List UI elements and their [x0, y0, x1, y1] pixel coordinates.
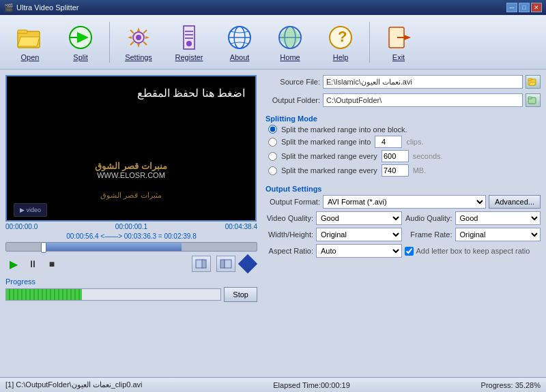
timeline-track[interactable] — [5, 242, 257, 252]
left-panel: اضغط هنا لحفظ المقطع منبرات قصر الشوق WW… — [0, 70, 263, 377]
splitting-mode-title: Splitting Mode — [265, 115, 541, 123]
seconds-input[interactable] — [382, 150, 409, 162]
settings-icon — [124, 23, 153, 52]
playback-controls: ▶ ⏸ ■ — [5, 253, 257, 275]
about-button[interactable]: About — [215, 18, 264, 66]
video-preview[interactable]: اضغط هنا لحفظ المقطع منبرات قصر الشوق WW… — [5, 75, 257, 222]
output-folder-row: Output Folder: — [265, 93, 541, 107]
split-mb-label: Split the marked range every — [281, 166, 377, 175]
video-quality-row: Video Quality: Good — [265, 211, 402, 225]
split-clips-radio[interactable] — [268, 138, 277, 147]
register-label: Register — [175, 53, 203, 61]
width-height-select[interactable]: Original — [316, 228, 402, 241]
maximize-button[interactable]: □ — [519, 3, 530, 12]
split-block-radio[interactable] — [268, 125, 277, 134]
title-bar-left: 🎬 Ultra Video Splitter — [4, 3, 79, 12]
app-title: Ultra Video Splitter — [16, 3, 79, 12]
split-mode-seconds: Split the marked range every seconds. — [268, 150, 541, 162]
stop-button[interactable]: Stop — [224, 287, 257, 302]
audio-quality-row: Audio Quality: Good — [405, 211, 541, 225]
stop-playback-button[interactable]: ■ — [44, 256, 60, 272]
aspect-ratio-label: Aspect Ratio: — [265, 247, 313, 255]
toolbar: Open Split — [0, 15, 546, 70]
time-middle: 00:00:00.1 — [115, 223, 147, 230]
output-folder-label: Output Folder: — [265, 96, 320, 104]
range-indicator: 00:00:56.4 <——> 00:03:36.3 = 00:02:39.8 — [5, 232, 257, 241]
mark-out-button[interactable] — [216, 256, 235, 272]
split-clips-label: Split the marked range into — [281, 138, 371, 146]
right-panel: Source File: Output Folder: — [263, 70, 546, 377]
width-height-label: Width/Height: — [265, 230, 313, 239]
svg-point-6 — [136, 35, 141, 40]
mb-input[interactable] — [382, 164, 409, 177]
video-watermark: منبرات قصر الشوق WWW.ELOSR.COM — [95, 161, 167, 179]
split-button[interactable]: Split — [56, 18, 105, 66]
pause-button[interactable]: ⏸ — [25, 256, 41, 272]
progress-section: Progress Stop — [5, 275, 257, 302]
split-mode-block: Split the marked range into one block. — [268, 125, 541, 134]
split-seconds-radio[interactable] — [268, 152, 277, 161]
mark-button[interactable] — [238, 254, 257, 273]
seconds-unit: seconds. — [413, 152, 443, 160]
split-mb-radio[interactable] — [268, 166, 277, 175]
split-label: Split — [73, 53, 87, 61]
svg-rect-25 — [528, 97, 532, 99]
status-file-info: [1] C:\OutputFolder\نعمات العيون_clip0.a… — [5, 380, 143, 389]
minimize-button[interactable]: ─ — [506, 3, 517, 12]
svg-rect-19 — [202, 260, 206, 268]
split-mode-clips: Split the marked range into clips. — [268, 136, 541, 148]
main-window: Open Split — [0, 15, 546, 392]
aspect-ratio-row: Aspect Ratio: Auto — [265, 244, 402, 258]
toolbar-separator-1 — [109, 22, 110, 63]
output-folder-input[interactable] — [323, 93, 523, 107]
source-file-input[interactable] — [323, 75, 523, 89]
register-icon — [175, 23, 203, 52]
settings-label: Settings — [125, 53, 152, 61]
output-settings-title: Output Settings — [265, 185, 541, 193]
letterbox-label: Add letter box to keep aspect ratio — [416, 247, 530, 255]
letterbox-checkbox[interactable] — [405, 247, 414, 256]
video-overlay-text: اضغط هنا لحفظ المقطع — [137, 87, 245, 100]
width-height-row: Width/Height: Original — [265, 228, 402, 241]
frame-rate-select[interactable]: Original — [455, 228, 541, 241]
video-device-text: ▶ video — [20, 207, 41, 213]
svg-point-7 — [186, 41, 192, 46]
split-seconds-label: Split the marked range every — [281, 152, 377, 160]
output-settings-section: Output Settings Output Format: AVI Forma… — [265, 182, 541, 260]
advanced-button[interactable]: Advanced... — [489, 195, 541, 209]
timeline-times: 00:00:00.0 00:00:00.1 00:04:38.4 — [5, 222, 257, 232]
source-browse-button[interactable] — [526, 75, 541, 89]
progress-label: Progress — [5, 277, 257, 286]
exit-button[interactable]: Exit — [374, 18, 423, 66]
split-block-label: Split the marked range into one block. — [281, 125, 407, 134]
frame-rate-row: Frame Rate: Original — [405, 228, 541, 241]
video-quality-select[interactable]: Good — [316, 211, 402, 225]
format-select[interactable]: AVI Format (*.avi) — [323, 195, 486, 209]
play-button[interactable]: ▶ — [5, 256, 22, 272]
register-button[interactable]: Register — [164, 18, 214, 66]
status-elapsed: Elapsed Time:00:00:19 — [273, 381, 350, 389]
quality-grid: Video Quality: Good Audio Quality: Good … — [265, 211, 541, 258]
close-button[interactable]: ✕ — [531, 3, 542, 12]
output-browse-button[interactable] — [526, 93, 541, 107]
timeline-fill — [44, 243, 182, 251]
mark-in-button[interactable] — [192, 256, 211, 272]
radio-group: Split the marked range into one block. S… — [268, 125, 541, 177]
audio-quality-label: Audio Quality: — [405, 214, 452, 222]
letterbox-checkbox-row: Add letter box to keep aspect ratio — [405, 247, 530, 256]
app-icon: 🎬 — [4, 3, 14, 12]
home-button[interactable]: Home — [265, 18, 315, 66]
aspect-ratio-select[interactable]: Auto — [316, 244, 402, 258]
timeline-handle[interactable] — [41, 242, 46, 253]
about-icon — [225, 23, 254, 52]
audio-quality-select[interactable]: Good — [455, 211, 541, 225]
open-label: Open — [21, 53, 40, 61]
progress-bar — [5, 288, 221, 301]
help-button[interactable]: ? Help — [316, 18, 365, 66]
letterbox-row: Add letter box to keep aspect ratio — [405, 244, 541, 258]
help-icon: ? — [326, 23, 355, 52]
open-button[interactable]: Open — [5, 18, 55, 66]
settings-button[interactable]: Settings — [114, 18, 163, 66]
clips-input[interactable] — [375, 136, 402, 148]
split-icon — [66, 23, 95, 52]
